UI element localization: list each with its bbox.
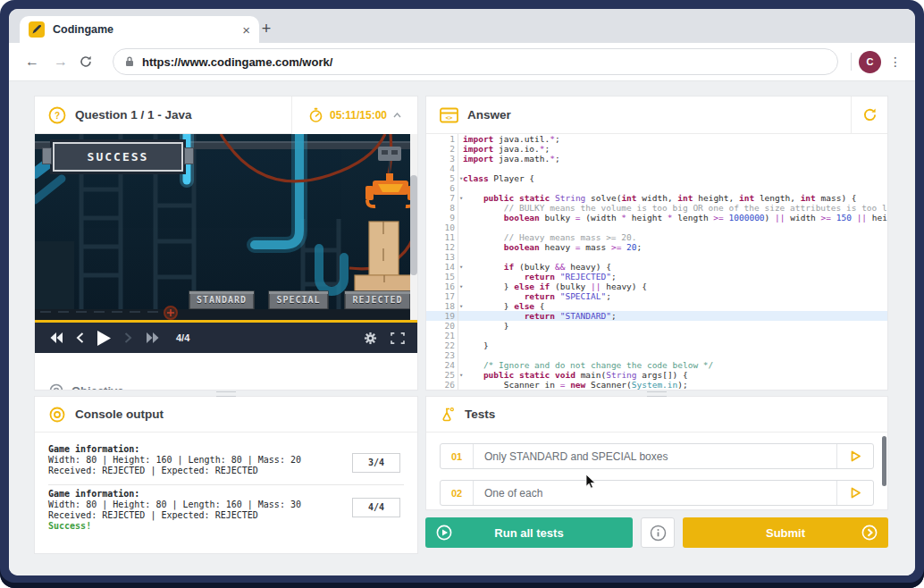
code-line[interactable]: 22 } [426,340,887,350]
code-line[interactable]: 6 [426,183,887,193]
timer-toggle[interactable]: 05:11/15:00 [291,97,417,134]
tests-header: Tests [426,397,887,433]
test-label: Only STANDARD and SPECIAL boxes [474,444,836,468]
line-number: 5▾ [426,173,458,183]
test-play-button[interactable] [836,481,873,505]
line-number: 23 [426,350,458,360]
line-number: 26 [426,380,458,390]
tab-close-icon[interactable]: × [242,23,250,37]
play-icon[interactable] [97,331,111,346]
code-text: import java.util.*; [458,134,560,144]
code-line[interactable]: 16▾ } else if (bulky || heavy) { [426,281,887,291]
test-row[interactable]: 01Only STANDARD and SPECIAL boxes [440,443,874,469]
submit-label: Submit [766,526,805,540]
run-all-tests-button[interactable]: Run all tests [425,517,633,548]
reset-code-button[interactable] [851,97,887,134]
code-line[interactable]: 12 boolean heavy = mass >= 20; [426,242,887,252]
line-number: 19 [426,311,458,321]
splitter-grip-right[interactable] [647,391,667,397]
line-number: 20 [426,321,458,331]
code-line[interactable]: 4 [426,164,887,173]
prev-frame-icon[interactable] [76,332,84,343]
platform-label-rejected: REJECTED [345,291,410,309]
code-line[interactable]: 18▾ } else { [426,301,887,311]
browser-tab[interactable]: Codingame × [20,16,259,43]
code-line[interactable]: 8 // BULKY means the volume is too big O… [426,203,887,213]
fullscreen-icon[interactable] [391,332,405,344]
skip-end-icon[interactable] [146,332,159,343]
code-line[interactable]: 23 [426,350,887,360]
test-row[interactable]: 02One of each [440,480,874,506]
test-play-button[interactable] [836,444,873,468]
code-text: class Player { [458,173,534,183]
question-scrollbar[interactable] [410,134,417,320]
code-line[interactable]: 3import java.math.*; [426,154,887,164]
line-number: 2 [426,144,458,154]
code-text: return "STANDARD"; [458,311,617,321]
console-block: Game information:Width: 80 | Height: 80 … [48,485,404,540]
code-text: } else { [458,301,545,311]
console-header: Console output [35,397,417,433]
avatar[interactable]: C [859,51,881,73]
code-text: return "REJECTED"; [458,272,617,281]
code-text: return "SPECIAL"; [458,291,611,301]
code-line[interactable]: 10 [426,223,887,232]
code-text: Scanner in = new Scanner(System.in); [458,380,688,390]
code-line[interactable]: 13 [426,252,887,262]
code-line[interactable]: 20 } [426,321,887,331]
player-settings-gear-icon[interactable] [364,332,377,345]
line-number: 9 [426,213,458,223]
code-editor[interactable]: 1import java.util.*;2import java.io.*;3i… [426,134,887,390]
new-tab-button[interactable]: + [256,20,277,38]
info-button[interactable] [641,517,675,548]
code-line[interactable]: 21 [426,331,887,340]
console-line: Received: REJECTED | Expected: REJECTED [48,466,404,476]
line-number: 21 [426,331,458,340]
browser-menu-icon[interactable]: ⋮ [888,55,903,69]
info-icon [650,525,667,542]
splitter-grip-left[interactable] [216,391,236,397]
code-text: import java.io.*; [458,144,550,154]
reset-icon [862,107,878,122]
tests-scrollbar[interactable] [882,436,886,486]
back-icon[interactable]: ← [21,54,43,70]
code-line[interactable]: 14▾ if (bulky && heavy) { [426,262,887,272]
url-bar[interactable]: https://www.codingame.com/work/ [113,48,838,75]
line-number: 24 [426,360,458,370]
code-line[interactable]: 19 return "STANDARD"; [426,311,887,321]
code-line[interactable]: 7▾ public static String solve(int width,… [426,193,887,203]
code-text: } [458,321,508,331]
code-line[interactable]: 2import java.io.*; [426,144,887,154]
console-line: Width: 80 | Height: 160 | Length: 80 | M… [48,455,404,466]
tests-list: 01Only STANDARD and SPECIAL boxes02One o… [426,443,887,506]
reload-icon[interactable] [79,55,100,69]
console-panel: Console output Game information:Width: 8… [34,396,418,554]
chevron-up-icon [393,113,401,118]
code-line[interactable]: 26 Scanner in = new Scanner(System.in); [426,380,887,390]
line-number: 22 [426,340,458,350]
console-title: Console output [75,407,164,421]
code-line[interactable]: 25▾ public static void main(String args[… [426,370,887,380]
code-line[interactable]: 24 /* Ignore and do not change the code … [426,360,887,370]
code-line[interactable]: 15 return "REJECTED"; [426,272,887,281]
line-number: 25▾ [426,370,458,380]
submit-button[interactable]: Submit [683,517,888,548]
code-line[interactable]: 5▾class Player { [426,173,887,183]
next-frame-icon[interactable] [124,332,132,343]
code-line[interactable]: 11 // Heavy means mass >= 20. [426,232,887,242]
code-line[interactable]: 1import java.util.*; [426,134,887,144]
play-outline-icon [850,450,861,462]
code-line[interactable]: 17 return "SPECIAL"; [426,291,887,301]
code-line[interactable]: 9 boolean bulky = (width * height * leng… [426,213,887,223]
svg-text:?: ? [55,111,60,121]
forward-icon[interactable]: → [50,54,71,70]
code-text: /* Ignore and do not change the code bel… [458,360,713,370]
url-text: https://www.codingame.com/work/ [142,55,332,69]
console-block-header: Game information: [48,444,404,455]
skip-start-icon[interactable] [49,332,63,343]
console-block-header: Game information: [48,489,404,500]
answer-panel: <> Answer 1import java.util.*;2import ja… [425,96,888,391]
code-text [458,350,463,360]
code-text: // BULKY means the volume is too big OR … [458,203,887,213]
toolbar-divider [851,53,852,71]
